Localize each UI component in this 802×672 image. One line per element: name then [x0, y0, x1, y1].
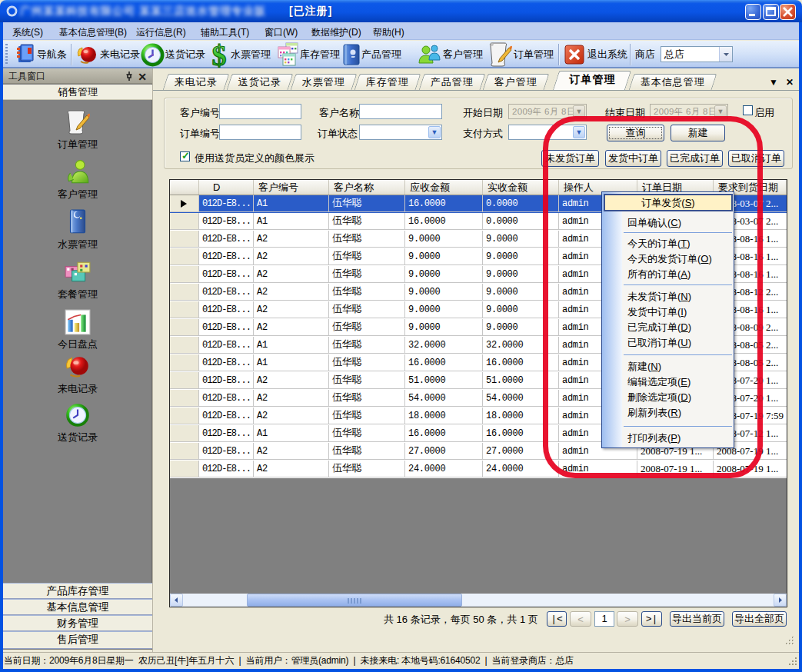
svg-text:$: $ — [212, 41, 227, 70]
